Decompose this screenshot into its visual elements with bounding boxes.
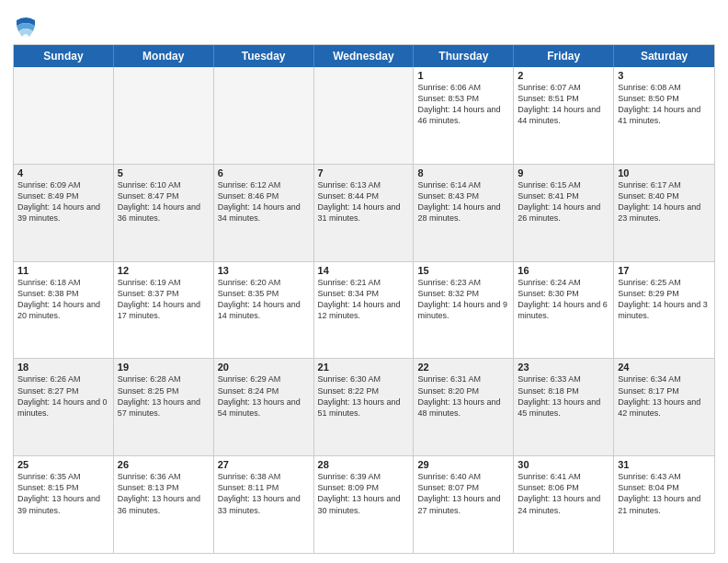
calendar-row-1: 4Sunrise: 6:09 AM Sunset: 8:49 PM Daylig… (14, 165, 714, 262)
day-number: 28 (318, 459, 410, 470)
day-info: Sunrise: 6:31 AM Sunset: 8:20 PM Dayligh… (417, 373, 509, 419)
day-info: Sunrise: 6:18 AM Sunset: 8:38 PM Dayligh… (17, 277, 109, 322)
day-info: Sunrise: 6:19 AM Sunset: 8:37 PM Dayligh… (118, 277, 210, 322)
day-number: 10 (618, 167, 711, 178)
day-info: Sunrise: 6:14 AM Sunset: 8:43 PM Dayligh… (417, 179, 509, 224)
day-cell-18: 18Sunrise: 6:26 AM Sunset: 8:27 PM Dayli… (14, 359, 114, 455)
day-cell-28: 28Sunrise: 6:39 AM Sunset: 8:09 PM Dayli… (314, 456, 415, 553)
empty-cell-0-3 (314, 67, 415, 164)
day-cell-2: 2Sunrise: 6:07 AM Sunset: 8:51 PM Daylig… (514, 67, 614, 164)
day-info: Sunrise: 6:12 AM Sunset: 8:46 PM Dayligh… (218, 179, 310, 224)
day-cell-11: 11Sunrise: 6:18 AM Sunset: 8:38 PM Dayli… (14, 262, 114, 359)
day-info: Sunrise: 6:17 AM Sunset: 8:40 PM Dayligh… (618, 179, 711, 224)
calendar-row-3: 18Sunrise: 6:26 AM Sunset: 8:27 PM Dayli… (14, 359, 714, 456)
day-info: Sunrise: 6:23 AM Sunset: 8:32 PM Dayligh… (417, 277, 509, 322)
header-day-friday: Friday (514, 45, 614, 67)
day-number: 7 (318, 167, 410, 178)
day-number: 31 (618, 459, 711, 470)
day-number: 3 (618, 70, 711, 81)
day-number: 26 (118, 459, 210, 470)
day-number: 22 (417, 362, 509, 373)
day-number: 4 (17, 167, 109, 178)
day-number: 1 (417, 70, 509, 81)
day-info: Sunrise: 6:40 AM Sunset: 8:07 PM Dayligh… (417, 471, 509, 516)
day-number: 20 (218, 362, 310, 373)
day-number: 9 (518, 167, 609, 178)
day-cell-19: 19Sunrise: 6:28 AM Sunset: 8:25 PM Dayli… (114, 359, 214, 455)
day-info: Sunrise: 6:07 AM Sunset: 8:51 PM Dayligh… (518, 82, 609, 127)
day-info: Sunrise: 6:09 AM Sunset: 8:49 PM Dayligh… (17, 179, 109, 224)
day-info: Sunrise: 6:34 AM Sunset: 8:17 PM Dayligh… (618, 373, 711, 419)
day-cell-13: 13Sunrise: 6:20 AM Sunset: 8:35 PM Dayli… (214, 262, 314, 359)
day-info: Sunrise: 6:30 AM Sunset: 8:22 PM Dayligh… (318, 373, 410, 419)
day-info: Sunrise: 6:33 AM Sunset: 8:18 PM Dayligh… (518, 373, 609, 419)
day-cell-16: 16Sunrise: 6:24 AM Sunset: 8:30 PM Dayli… (514, 262, 614, 359)
day-number: 8 (417, 167, 509, 178)
day-number: 29 (417, 459, 509, 470)
day-number: 16 (518, 265, 609, 276)
day-info: Sunrise: 6:08 AM Sunset: 8:50 PM Dayligh… (618, 82, 711, 127)
header (13, 9, 715, 39)
day-info: Sunrise: 6:24 AM Sunset: 8:30 PM Dayligh… (518, 277, 609, 322)
day-cell-17: 17Sunrise: 6:25 AM Sunset: 8:29 PM Dayli… (614, 262, 714, 359)
day-cell-23: 23Sunrise: 6:33 AM Sunset: 8:18 PM Dayli… (514, 359, 614, 455)
day-number: 11 (17, 265, 109, 276)
day-info: Sunrise: 6:43 AM Sunset: 8:04 PM Dayligh… (618, 471, 711, 516)
day-number: 17 (618, 265, 711, 276)
day-number: 2 (518, 70, 609, 81)
header-day-monday: Monday (114, 45, 214, 67)
day-info: Sunrise: 6:10 AM Sunset: 8:47 PM Dayligh… (118, 179, 210, 224)
day-cell-9: 9Sunrise: 6:15 AM Sunset: 8:41 PM Daylig… (514, 165, 614, 261)
calendar-row-4: 25Sunrise: 6:35 AM Sunset: 8:15 PM Dayli… (14, 456, 714, 553)
day-cell-24: 24Sunrise: 6:34 AM Sunset: 8:17 PM Dayli… (614, 359, 714, 455)
day-number: 23 (518, 362, 609, 373)
day-cell-22: 22Sunrise: 6:31 AM Sunset: 8:20 PM Dayli… (414, 359, 514, 455)
header-day-wednesday: Wednesday (314, 45, 415, 67)
header-day-saturday: Saturday (614, 45, 714, 67)
day-info: Sunrise: 6:36 AM Sunset: 8:13 PM Dayligh… (118, 471, 210, 516)
day-info: Sunrise: 6:39 AM Sunset: 8:09 PM Dayligh… (318, 471, 410, 516)
day-number: 25 (17, 459, 109, 470)
day-number: 5 (118, 167, 210, 178)
day-info: Sunrise: 6:28 AM Sunset: 8:25 PM Dayligh… (118, 373, 210, 419)
day-cell-29: 29Sunrise: 6:40 AM Sunset: 8:07 PM Dayli… (414, 456, 514, 553)
header-day-tuesday: Tuesday (214, 45, 314, 67)
day-cell-26: 26Sunrise: 6:36 AM Sunset: 8:13 PM Dayli… (114, 456, 214, 553)
day-number: 27 (218, 459, 310, 470)
day-info: Sunrise: 6:25 AM Sunset: 8:29 PM Dayligh… (618, 277, 711, 322)
day-cell-30: 30Sunrise: 6:41 AM Sunset: 8:06 PM Dayli… (514, 456, 614, 553)
day-number: 19 (118, 362, 210, 373)
empty-cell-0-0 (14, 67, 114, 164)
day-number: 13 (218, 265, 310, 276)
day-cell-15: 15Sunrise: 6:23 AM Sunset: 8:32 PM Dayli… (414, 262, 514, 359)
calendar-row-0: 1Sunrise: 6:06 AM Sunset: 8:53 PM Daylig… (14, 67, 714, 165)
day-number: 12 (118, 265, 210, 276)
day-cell-20: 20Sunrise: 6:29 AM Sunset: 8:24 PM Dayli… (214, 359, 314, 455)
day-number: 6 (218, 167, 310, 178)
day-info: Sunrise: 6:13 AM Sunset: 8:44 PM Dayligh… (318, 179, 410, 224)
day-cell-14: 14Sunrise: 6:21 AM Sunset: 8:34 PM Dayli… (314, 262, 415, 359)
day-cell-12: 12Sunrise: 6:19 AM Sunset: 8:37 PM Dayli… (114, 262, 214, 359)
calendar: SundayMondayTuesdayWednesdayThursdayFrid… (13, 44, 715, 554)
day-cell-4: 4Sunrise: 6:09 AM Sunset: 8:49 PM Daylig… (14, 165, 114, 261)
day-cell-25: 25Sunrise: 6:35 AM Sunset: 8:15 PM Dayli… (14, 456, 114, 553)
logo-icon (13, 13, 39, 39)
header-day-sunday: Sunday (14, 45, 114, 67)
calendar-row-2: 11Sunrise: 6:18 AM Sunset: 8:38 PM Dayli… (14, 262, 714, 360)
day-number: 15 (417, 265, 509, 276)
calendar-header: SundayMondayTuesdayWednesdayThursdayFrid… (14, 45, 714, 67)
day-cell-1: 1Sunrise: 6:06 AM Sunset: 8:53 PM Daylig… (414, 67, 514, 164)
day-info: Sunrise: 6:29 AM Sunset: 8:24 PM Dayligh… (218, 373, 310, 419)
logo (13, 13, 40, 39)
day-info: Sunrise: 6:41 AM Sunset: 8:06 PM Dayligh… (518, 471, 609, 516)
day-cell-6: 6Sunrise: 6:12 AM Sunset: 8:46 PM Daylig… (214, 165, 314, 261)
day-cell-10: 10Sunrise: 6:17 AM Sunset: 8:40 PM Dayli… (614, 165, 714, 261)
day-number: 21 (318, 362, 410, 373)
day-info: Sunrise: 6:35 AM Sunset: 8:15 PM Dayligh… (17, 471, 109, 516)
day-number: 24 (618, 362, 711, 373)
calendar-body: 1Sunrise: 6:06 AM Sunset: 8:53 PM Daylig… (14, 67, 714, 553)
empty-cell-0-1 (114, 67, 214, 164)
day-info: Sunrise: 6:15 AM Sunset: 8:41 PM Dayligh… (518, 179, 609, 224)
day-cell-3: 3Sunrise: 6:08 AM Sunset: 8:50 PM Daylig… (614, 67, 714, 164)
header-day-thursday: Thursday (414, 45, 514, 67)
